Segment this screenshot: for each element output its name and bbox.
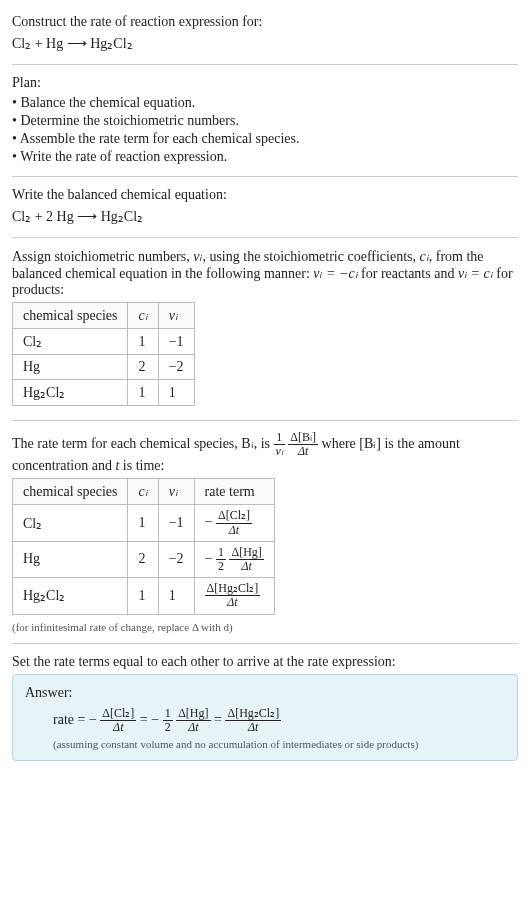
frac-num: Δ[Hg]: [229, 546, 263, 560]
cell-rate: − 1 2 Δ[Hg] Δt: [194, 541, 274, 577]
rate-frac-cl2: Δ[Cl₂] Δt: [100, 707, 136, 734]
frac-num: 1: [163, 707, 173, 721]
cell-rate: − Δ[Cl₂] Δt: [194, 505, 274, 541]
rate-frac-hg2cl2: Δ[Hg₂Cl₂] Δt: [225, 707, 281, 734]
frac-num: Δ[Bᵢ]: [288, 431, 318, 445]
equals: =: [140, 711, 151, 726]
plan-item: • Balance the chemical equation.: [12, 94, 518, 112]
rate-prefix: −: [205, 551, 213, 566]
eq-text: νᵢ = cᵢ: [458, 266, 493, 281]
frac-num: Δ[Cl₂]: [216, 509, 252, 523]
cell-nu: 1: [158, 380, 194, 406]
col-species: chemical species: [13, 479, 128, 505]
table-row: Cl₂ 1 −1 − Δ[Cl₂] Δt: [13, 505, 275, 541]
text: , using the stoichiometric coefficients,: [202, 249, 419, 264]
frac-num: Δ[Cl₂]: [100, 707, 136, 721]
cell-species: Hg₂Cl₂: [13, 380, 128, 406]
cell-nu: −1: [158, 329, 194, 355]
balanced-heading: Write the balanced chemical equation:: [12, 187, 518, 203]
cell-c: 1: [128, 329, 158, 355]
frac-num: 1: [274, 431, 285, 445]
cell-c: 2: [128, 355, 158, 380]
frac-den: Δt: [205, 596, 261, 609]
divider: [12, 237, 518, 238]
table-row: Hg 2 −2 − 1 2 Δ[Hg] Δt: [13, 541, 275, 577]
frac-den: Δt: [216, 524, 252, 537]
col-species: chemical species: [13, 303, 128, 329]
frac-num: Δ[Hg]: [176, 707, 210, 721]
intro-section: Construct the rate of reaction expressio…: [12, 8, 518, 60]
cell-nu: 1: [158, 578, 194, 614]
cell-c: 1: [128, 505, 158, 541]
plan-item: • Determine the stoichiometric numbers.: [12, 112, 518, 130]
rate-coef-half: 1 2: [163, 707, 173, 734]
frac-den: 2: [216, 560, 226, 573]
b-symbol: Bᵢ: [241, 436, 253, 451]
divider: [12, 64, 518, 65]
text: where: [322, 436, 360, 451]
final-section: Set the rate terms equal to each other t…: [12, 648, 518, 767]
table-row: Hg₂Cl₂ 1 1 Δ[Hg₂Cl₂] Δt: [13, 578, 275, 614]
intro-equation: Cl₂ + Hg ⟶ Hg₂Cl₂: [12, 33, 518, 54]
intro-prompt: Construct the rate of reaction expressio…: [12, 14, 518, 30]
table-header-row: chemical species cᵢ νᵢ: [13, 303, 195, 329]
eq-text: νᵢ = −cᵢ: [313, 266, 357, 281]
text: is time:: [119, 458, 164, 473]
equals: =: [214, 711, 225, 726]
col-c: cᵢ: [128, 479, 158, 505]
frac-num: Δ[Hg₂Cl₂]: [205, 582, 261, 596]
frac-num: Δ[Hg₂Cl₂]: [225, 707, 281, 721]
answer-equation: rate = − Δ[Cl₂] Δt = − 1 2 Δ[Hg] Δt = Δ[…: [25, 705, 505, 736]
cell-species: Hg₂Cl₂: [13, 578, 128, 614]
table-header-row: chemical species cᵢ νᵢ rate term: [13, 479, 275, 505]
table-row: Cl₂ 1 −1: [13, 329, 195, 355]
rate-label: rate =: [53, 711, 89, 726]
c-symbol: cᵢ: [420, 249, 429, 264]
text: The rate term for each chemical species,: [12, 436, 241, 451]
plan-heading: Plan:: [12, 75, 518, 91]
frac-den: Δt: [229, 560, 263, 573]
cell-c: 1: [128, 578, 158, 614]
col-nu: νᵢ: [158, 479, 194, 505]
col-c: cᵢ: [128, 303, 158, 329]
col-nu: νᵢ: [158, 303, 194, 329]
rateterm-note: (for infinitesimal rate of change, repla…: [12, 619, 518, 633]
plan-item: • Assemble the rate term for each chemic…: [12, 130, 518, 148]
frac-den: Δt: [225, 721, 281, 734]
rateterm-table: chemical species cᵢ νᵢ rate term Cl₂ 1 −…: [12, 478, 275, 614]
minus: −: [89, 711, 97, 726]
rate-prefix: −: [205, 514, 213, 529]
divider: [12, 643, 518, 644]
answer-note: (assuming constant volume and no accumul…: [25, 736, 505, 750]
table-row: Hg₂Cl₂ 1 1: [13, 380, 195, 406]
answer-box: Answer: rate = − Δ[Cl₂] Δt = − 1 2 Δ[Hg]…: [12, 674, 518, 761]
frac-den: Δt: [100, 721, 136, 734]
cell-nu: −2: [158, 541, 194, 577]
cell-c: 2: [128, 541, 158, 577]
stoich-intro: Assign stoichiometric numbers, νᵢ, using…: [12, 248, 518, 298]
rate-frac-hg: Δ[Hg] Δt: [176, 707, 210, 734]
divider: [12, 176, 518, 177]
cell-c: 1: [128, 380, 158, 406]
cell-species: Cl₂: [13, 505, 128, 541]
rateterm-section: The rate term for each chemical species,…: [12, 425, 518, 639]
frac-den: 2: [163, 721, 173, 734]
final-heading: Set the rate terms equal to each other t…: [12, 654, 518, 670]
cell-species: Cl₂: [13, 329, 128, 355]
balanced-equation: Cl₂ + 2 Hg ⟶ Hg₂Cl₂: [12, 206, 518, 227]
rate-frac: Δ[Hg₂Cl₂] Δt: [205, 582, 261, 609]
bi-symbol: [Bᵢ]: [359, 436, 381, 451]
cell-nu: −1: [158, 505, 194, 541]
plan-section: Plan: • Balance the chemical equation. •…: [12, 69, 518, 172]
minus: −: [151, 711, 159, 726]
frac-den: νᵢ: [274, 445, 285, 458]
col-rate: rate term: [194, 479, 274, 505]
rate-frac: Δ[Hg] Δt: [229, 546, 263, 573]
table-row: Hg 2 −2: [13, 355, 195, 380]
stoich-section: Assign stoichiometric numbers, νᵢ, using…: [12, 242, 518, 416]
frac-dBi-dt: Δ[Bᵢ] Δt: [288, 431, 318, 458]
cell-species: Hg: [13, 541, 128, 577]
text: for reactants and: [358, 266, 458, 281]
cell-species: Hg: [13, 355, 128, 380]
rate-coef-frac: 1 2: [216, 546, 226, 573]
